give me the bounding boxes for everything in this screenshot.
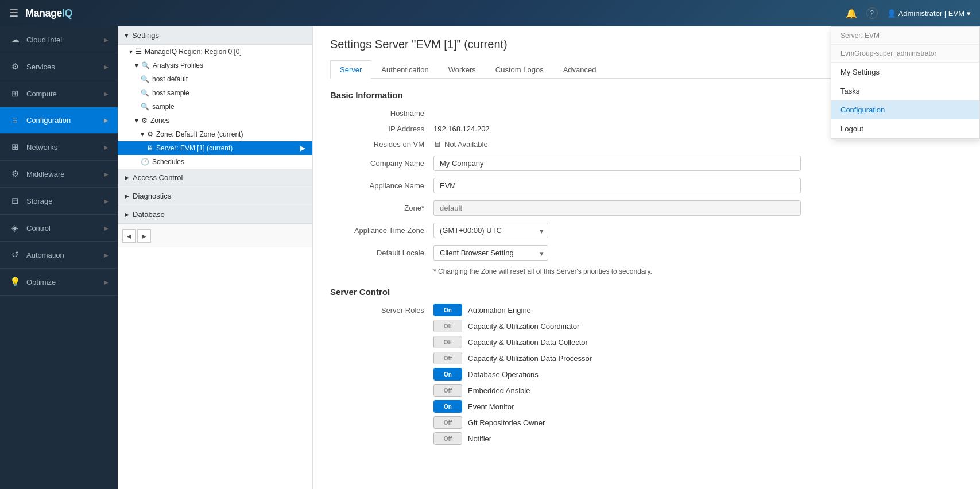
tab-server[interactable]: Server xyxy=(330,60,371,79)
sidebar-label-storage: Storage xyxy=(26,197,98,205)
analysis-host-default-item[interactable]: 🔍 host default xyxy=(118,72,312,86)
zones-item[interactable]: ▾ ⚙ Zones xyxy=(118,114,312,127)
zones-icon: ⚙ xyxy=(141,117,148,125)
toggle-git-repositories[interactable]: Off xyxy=(433,416,462,429)
sidebar-label-networks: Networks xyxy=(26,143,98,152)
locale-select[interactable]: Client Browser Setting xyxy=(433,245,548,261)
services-icon: ⚙ xyxy=(9,61,21,72)
toggle-capacity-coordinator[interactable]: Off xyxy=(433,320,462,332)
manageiq-region-item[interactable]: ▾ ☰ ManageIQ Region: Region 0 [0] xyxy=(118,45,312,59)
tab-custom-logos[interactable]: Custom Logos xyxy=(486,60,553,79)
storage-icon: ⊟ xyxy=(9,196,21,206)
sidebar-item-configuration[interactable]: ≡ Configuration ▶ xyxy=(0,107,118,134)
access-control-label: Access Control xyxy=(133,173,183,182)
default-zone-label: Zone: Default Zone (current) xyxy=(156,130,243,138)
zone-input[interactable] xyxy=(433,200,801,216)
sidebar-item-cloud-intel[interactable]: ☁ Cloud Intel ▶ xyxy=(0,26,118,53)
help-icon[interactable]: ? xyxy=(866,7,878,19)
chevron-right-icon-5: ▶ xyxy=(104,144,109,150)
role-name-capacity-coordinator: Capacity & Utilization Coordinator xyxy=(468,322,579,331)
diagnostics-section[interactable]: ▶ Diagnostics xyxy=(118,187,312,205)
sidebar-item-automation[interactable]: ↺ Automation ▶ xyxy=(0,242,118,269)
toggle-automation-engine[interactable]: On xyxy=(433,304,462,316)
server-roles-label: Server Roles xyxy=(330,304,433,315)
sidebar-label-optimize: Optimize xyxy=(26,278,98,286)
hamburger-menu[interactable]: ☰ xyxy=(9,7,18,20)
sidebar-item-storage[interactable]: ⊟ Storage ▶ xyxy=(0,188,118,215)
default-zone-item[interactable]: ▾ ⚙ Zone: Default Zone (current) xyxy=(118,127,312,141)
scroll-buttons: ◀ ▶ xyxy=(118,224,312,247)
configuration-icon: ≡ xyxy=(9,115,21,125)
database-arrow-icon: ▶ xyxy=(125,211,129,218)
chevron-right-icon-7: ▶ xyxy=(104,198,109,204)
top-navigation: ☰ ManageIQ 🔔 ? 👤 Administrator | EVM ▾ xyxy=(0,0,980,26)
timezone-select[interactable]: (GMT+00:00) UTC xyxy=(433,223,548,238)
toggle-capacity-collector[interactable]: Off xyxy=(433,336,462,348)
toggle-database-operations[interactable]: On xyxy=(433,368,462,381)
scroll-left-button[interactable]: ◀ xyxy=(122,229,136,243)
toggle-on-label: On xyxy=(434,304,462,316)
user-icon: 👤 xyxy=(887,9,896,18)
tab-authentication[interactable]: Authentication xyxy=(371,60,438,79)
dropdown-my-settings[interactable]: My Settings xyxy=(831,63,979,82)
sidebar-item-control[interactable]: ◈ Control ▶ xyxy=(0,215,118,242)
sidebar-item-compute[interactable]: ⊞ Compute ▶ xyxy=(0,80,118,107)
scroll-right-button[interactable]: ▶ xyxy=(137,229,151,243)
toggle-event-monitor[interactable]: On xyxy=(433,400,462,413)
analysis-profiles-item[interactable]: ▾ 🔍 Analysis Profiles xyxy=(118,59,312,72)
schedules-item[interactable]: 🕐 Schedules xyxy=(118,155,312,169)
analysis-host-sample-item[interactable]: 🔍 host sample xyxy=(118,86,312,100)
toggle-embedded-ansible[interactable]: Off xyxy=(433,384,462,397)
timezone-row: Appliance Time Zone (GMT+00:00) UTC xyxy=(330,223,963,238)
role-git-repositories: Off Git Repositories Owner xyxy=(433,416,592,429)
chevron-right-icon-9: ▶ xyxy=(104,252,109,258)
server-icon: 🖥 xyxy=(146,144,153,152)
server-item[interactable]: 🖥 Server: EVM [1] (current) ▶ xyxy=(118,141,312,155)
sidebar-item-middleware[interactable]: ⚙ Middleware ▶ xyxy=(0,161,118,188)
dropdown-configuration[interactable]: Configuration xyxy=(831,100,979,119)
role-capacity-collector: Off Capacity & Utilization Data Collecto… xyxy=(433,336,592,348)
sidebar-item-services[interactable]: ⚙ Services ▶ xyxy=(0,53,118,80)
sidebar-item-optimize[interactable]: 💡 Optimize ▶ xyxy=(0,269,118,296)
chevron-right-icon-3: ▶ xyxy=(104,91,109,97)
settings-section-header[interactable]: ▾ Settings xyxy=(118,26,312,45)
dropdown-logout[interactable]: Logout xyxy=(831,119,979,138)
toggle-off-label-1: Off xyxy=(434,320,462,332)
region-icon: ☰ xyxy=(135,48,142,56)
user-dropdown-menu: Server: EVM EvmGroup-super_administrator… xyxy=(831,26,980,139)
toggle-notifier[interactable]: Off xyxy=(433,432,462,445)
region-expand-icon: ▾ xyxy=(129,48,133,56)
timezone-select-wrapper: (GMT+00:00) UTC xyxy=(433,223,548,238)
sidebar-label-middleware: Middleware xyxy=(26,170,98,178)
dropdown-tasks[interactable]: Tasks xyxy=(831,82,979,100)
monitor-icon: 🖥 xyxy=(433,140,441,149)
analysis-profiles-icon: 🔍 xyxy=(141,61,150,69)
dropdown-server-label: Server: EVM xyxy=(831,27,979,45)
role-database-operations: On Database Operations xyxy=(433,368,592,381)
access-control-section[interactable]: ▶ Access Control xyxy=(118,169,312,187)
appliance-name-input[interactable] xyxy=(433,178,801,193)
role-name-git-repositories: Git Repositories Owner xyxy=(468,418,545,427)
tab-workers[interactable]: Workers xyxy=(439,60,486,79)
analysis-sample-item[interactable]: 🔍 sample xyxy=(118,100,312,114)
sample-label: sample xyxy=(152,103,175,111)
active-arrow-icon: ▶ xyxy=(300,144,305,152)
bell-icon[interactable]: 🔔 xyxy=(846,8,857,19)
toggle-capacity-processor[interactable]: Off xyxy=(433,352,462,364)
chevron-right-icon-6: ▶ xyxy=(104,171,109,177)
schedules-label: Schedules xyxy=(152,158,184,166)
company-name-input[interactable] xyxy=(433,156,801,171)
role-name-notifier: Notifier xyxy=(468,434,491,443)
sidebar-item-networks[interactable]: ⊞ Networks ▶ xyxy=(0,134,118,161)
database-section[interactable]: ▶ Database xyxy=(118,205,312,224)
diagnostics-label: Diagnostics xyxy=(133,192,171,200)
server-roles-row: Server Roles On Automation Engine Off Ca… xyxy=(330,304,963,448)
tab-advanced[interactable]: Advanced xyxy=(553,60,606,79)
toggle-off-label-3: Off xyxy=(434,352,462,364)
compute-icon: ⊞ xyxy=(9,88,21,99)
sidebar-label-control: Control xyxy=(26,224,98,232)
user-menu[interactable]: 👤 Administrator | EVM ▾ xyxy=(887,9,971,18)
app-logo-highlight: IQ xyxy=(62,7,72,19)
sidebar-label-services: Services xyxy=(26,63,98,71)
networks-icon: ⊞ xyxy=(9,142,21,152)
